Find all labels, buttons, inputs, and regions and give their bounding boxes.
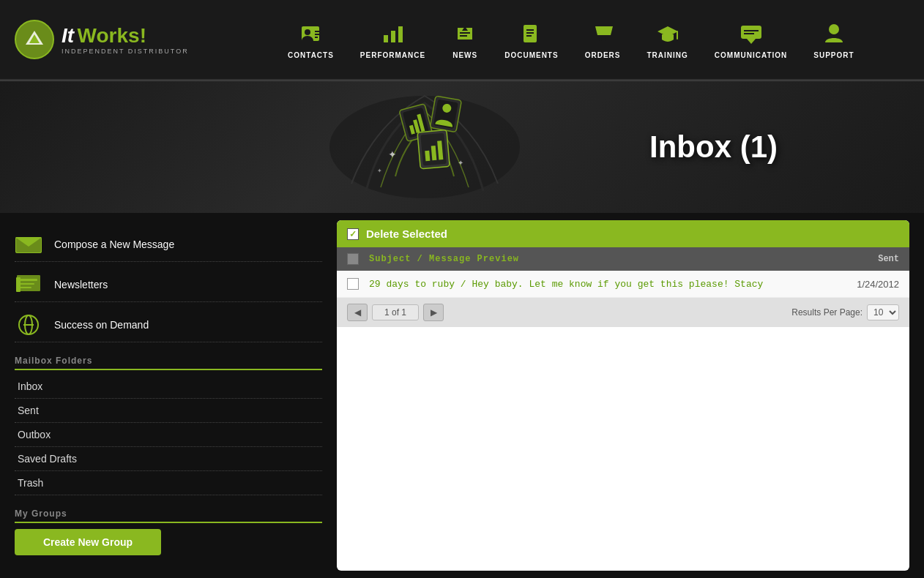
svg-rect-20 bbox=[741, 26, 761, 39]
folder-inbox[interactable]: Inbox bbox=[15, 375, 322, 399]
training-icon bbox=[655, 20, 681, 47]
header-checkbox[interactable] bbox=[347, 253, 359, 265]
svg-marker-21 bbox=[747, 39, 756, 44]
documents-icon bbox=[518, 20, 545, 47]
next-page-button[interactable]: ▶ bbox=[423, 304, 444, 321]
svg-rect-49 bbox=[20, 283, 34, 285]
nav-support-label: SUPPORT bbox=[813, 51, 854, 59]
svg-rect-12 bbox=[460, 35, 467, 37]
column-sent: Sent bbox=[826, 254, 899, 264]
inbox-panel: ✓ Delete Selected Subject / Message Prev… bbox=[337, 220, 909, 571]
message-subject[interactable]: 29 days to ruby / Hey baby. Let me know … bbox=[369, 279, 819, 290]
nav-documents-label: DOCUMENTS bbox=[504, 51, 558, 59]
delete-selected-label: Delete Selected bbox=[366, 228, 447, 240]
folder-sent[interactable]: Sent bbox=[15, 399, 322, 423]
row-checkbox-cell bbox=[347, 278, 362, 290]
svg-point-17 bbox=[599, 38, 602, 41]
folder-outbox[interactable]: Outbox bbox=[15, 423, 322, 447]
svg-rect-23 bbox=[744, 33, 754, 34]
svg-rect-19 bbox=[677, 31, 678, 40]
pagination-bar: ◀ 1 of 1 ▶ Results Per Page: 10 25 50 bbox=[337, 298, 909, 327]
delete-bar: ✓ Delete Selected bbox=[337, 220, 909, 247]
folder-trash[interactable]: Trash bbox=[15, 471, 322, 495]
results-per-page-label: Results Per Page: bbox=[791, 307, 862, 318]
svg-rect-22 bbox=[744, 30, 759, 31]
orders-icon bbox=[589, 20, 616, 47]
results-per-page-select[interactable]: 10 25 50 bbox=[867, 304, 899, 320]
header-checkbox-cell bbox=[347, 253, 362, 265]
logo-icon bbox=[23, 29, 45, 50]
hero-banner: ✦ ✦ ✦ Inbox (1) bbox=[0, 81, 924, 213]
news-icon bbox=[452, 20, 478, 47]
folder-saved-drafts[interactable]: Saved Drafts bbox=[15, 447, 322, 471]
svg-rect-5 bbox=[315, 34, 319, 35]
svg-rect-16 bbox=[526, 35, 532, 37]
nav-training-label: TRAINING bbox=[647, 51, 688, 59]
success-action[interactable]: Success on Demand bbox=[15, 308, 322, 342]
svg-rect-15 bbox=[526, 32, 534, 34]
nav-orders-label: ORDERS bbox=[585, 51, 621, 59]
success-icon bbox=[15, 314, 42, 336]
nav-documents[interactable]: DOCUMENTS bbox=[491, 15, 571, 65]
support-icon bbox=[821, 20, 847, 47]
prev-page-button[interactable]: ◀ bbox=[347, 304, 368, 321]
compose-action[interactable]: Compose a New Message bbox=[15, 228, 322, 262]
svg-text:✦: ✦ bbox=[377, 168, 382, 174]
compose-icon bbox=[15, 233, 42, 255]
nav-contacts[interactable]: CONTACTS bbox=[275, 15, 347, 65]
nav-training[interactable]: TRAINING bbox=[633, 15, 701, 65]
main-content: Compose a New Message Newsletters bbox=[0, 213, 924, 578]
nav-communication-label: COMMUNICATION bbox=[715, 51, 787, 59]
contacts-icon bbox=[297, 20, 324, 47]
communication-icon bbox=[738, 20, 764, 47]
row-checkbox[interactable] bbox=[347, 278, 359, 290]
inbox-title: Inbox (1) bbox=[649, 130, 778, 165]
logo-it: It bbox=[62, 24, 74, 47]
logo-works: Works! bbox=[78, 24, 146, 47]
newsletters-icon bbox=[15, 274, 42, 296]
svg-point-3 bbox=[305, 29, 310, 35]
svg-rect-51 bbox=[16, 277, 21, 292]
performance-icon bbox=[380, 20, 406, 47]
logo-circle bbox=[15, 20, 54, 59]
svg-point-24 bbox=[829, 24, 839, 34]
nav-performance-label: PERFORMANCE bbox=[360, 51, 425, 59]
svg-rect-9 bbox=[398, 26, 403, 42]
logo-text: It Works! INDEPENDENT DISTRIBUTOR bbox=[62, 23, 189, 56]
nav-news-label: NEWS bbox=[452, 51, 477, 59]
sidebar: Compose a New Message Newsletters bbox=[0, 213, 337, 578]
delete-checkbox[interactable]: ✓ bbox=[347, 228, 359, 240]
hero-decorative: ✦ ✦ ✦ bbox=[322, 89, 527, 206]
svg-text:✦: ✦ bbox=[458, 159, 463, 167]
pagination-controls: ◀ 1 of 1 ▶ bbox=[347, 304, 444, 321]
nav-contacts-label: CONTACTS bbox=[288, 51, 334, 59]
success-label: Success on Demand bbox=[54, 319, 149, 331]
compose-label: Compose a New Message bbox=[54, 239, 174, 250]
table-header: Subject / Message Preview Sent bbox=[337, 247, 909, 271]
logo[interactable]: It Works! INDEPENDENT DISTRIBUTOR bbox=[15, 20, 189, 59]
svg-rect-6 bbox=[315, 37, 318, 38]
column-subject: Subject / Message Preview bbox=[369, 254, 819, 264]
my-groups-title: My Groups bbox=[15, 508, 322, 523]
newsletters-label: Newsletters bbox=[54, 279, 108, 290]
page-info: 1 of 1 bbox=[372, 304, 419, 320]
check-mark: ✓ bbox=[349, 229, 357, 239]
svg-point-18 bbox=[606, 38, 608, 41]
svg-rect-48 bbox=[20, 279, 37, 281]
svg-rect-4 bbox=[315, 31, 319, 32]
nav-communication[interactable]: COMMUNICATION bbox=[701, 15, 800, 65]
nav-performance[interactable]: PERFORMANCE bbox=[347, 15, 439, 65]
nav-support[interactable]: SUPPORT bbox=[800, 15, 867, 65]
top-nav: It Works! INDEPENDENT DISTRIBUTOR CONTAC… bbox=[0, 0, 924, 80]
nav-orders[interactable]: ORDERS bbox=[572, 15, 634, 65]
logo-subtitle: INDEPENDENT DISTRIBUTOR bbox=[62, 48, 189, 56]
table-row: 29 days to ruby / Hey baby. Let me know … bbox=[337, 271, 909, 298]
newsletters-action[interactable]: Newsletters bbox=[15, 268, 322, 302]
nav-news[interactable]: NEWS bbox=[439, 15, 491, 65]
svg-rect-36 bbox=[425, 151, 430, 161]
results-per-page: Results Per Page: 10 25 50 bbox=[791, 304, 899, 320]
mailbox-folders-title: Mailbox Folders bbox=[15, 356, 322, 370]
nav-items: CONTACTS PERFORMANCE NEWS DOCUMENTS bbox=[233, 15, 909, 65]
create-group-button[interactable]: Create New Group bbox=[15, 529, 161, 555]
svg-text:✦: ✦ bbox=[388, 149, 397, 160]
